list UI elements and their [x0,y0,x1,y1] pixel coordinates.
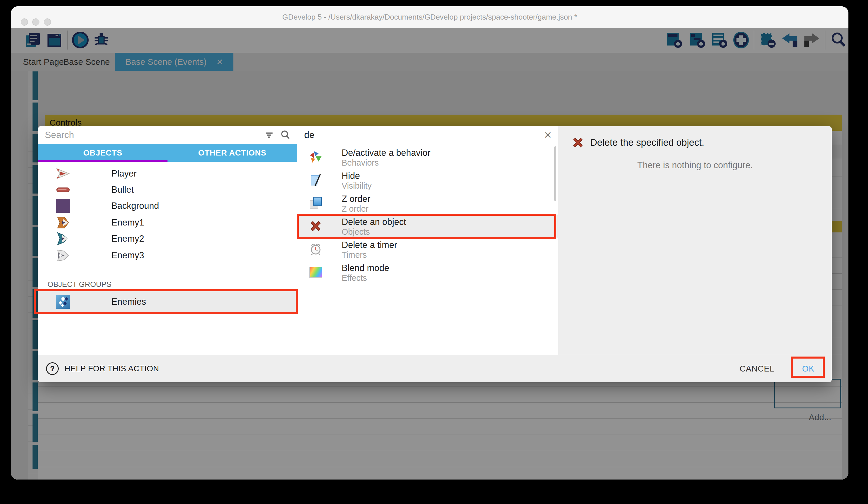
cancel-button[interactable]: CANCEL [740,364,774,374]
hide-icon [309,173,323,187]
macos-titlebar: GDevelop 5 - /Users/dkarakay/Documents/G… [11,6,848,28]
detail-title: Delete the specified object. [590,137,704,148]
enemy3-ship-icon [56,248,70,263]
window-title: GDevelop 5 - /Users/dkarakay/Documents/G… [11,6,848,28]
player-ship-icon [56,167,70,181]
action-item-deactivate-behavior[interactable]: De/activate a behavior Behaviors [297,145,559,169]
enemy2-ship-icon [56,232,70,246]
search-icon[interactable] [280,130,291,140]
help-icon[interactable]: ? [46,362,59,375]
action-list-column: ✕ De/activate a behavior Beha [297,126,558,355]
action-item-delete-timer[interactable]: Delete a timer Timers [297,238,559,261]
object-item-player[interactable]: Player [38,165,297,182]
object-selector-column: OBJECTS OTHER ACTIONS Pl [38,126,297,355]
action-item-z-order[interactable]: Z order Z order [297,192,559,214]
object-groups-header: OBJECT GROUPS [48,280,111,289]
action-search-bar: ✕ [297,126,558,144]
enemy1-ship-icon [56,215,70,230]
object-item-bullet[interactable]: Bullet [38,181,297,198]
dialog-footer: ? HELP FOR THIS ACTION CANCEL OK [38,355,832,382]
help-button[interactable]: HELP FOR THIS ACTION [64,364,159,373]
object-item-enemy1[interactable]: Enemy1 [38,214,297,231]
object-search-bar [38,126,297,144]
action-search-input[interactable] [297,130,544,140]
detail-header: Delete the specified object. [571,136,704,149]
tab-other-actions[interactable]: OTHER ACTIONS [167,144,297,162]
active-tab-indicator [38,160,167,162]
detail-empty-text: There is nothing to configure. [558,160,832,171]
alarm-clock-icon [309,242,323,256]
annotation-box-enemies [34,289,298,314]
filter-icon[interactable] [264,130,274,140]
object-item-enemy3[interactable]: Enemy3 [38,247,297,264]
action-editor-dialog: OBJECTS OTHER ACTIONS Pl [38,126,832,382]
selector-tabs: OBJECTS OTHER ACTIONS [38,144,297,162]
purple-square-icon [56,199,70,213]
app-content: Start Page Base Scene✕ Base Scene (Event… [11,28,848,480]
object-search-input[interactable] [38,130,264,140]
behavior-icon [309,150,323,164]
z-order-icon [309,196,323,210]
object-item-enemy2[interactable]: Enemy2 [38,230,297,247]
annotation-box-ok [791,356,825,378]
object-item-background[interactable]: Background [38,198,297,214]
screenshot-root: GDevelop 5 - /Users/dkarakay/Documents/G… [0,0,868,504]
clear-search-icon[interactable]: ✕ [544,129,552,141]
action-item-blend-mode[interactable]: Blend mode Effects [297,261,559,284]
tab-objects[interactable]: OBJECTS [38,144,167,162]
bullet-icon [56,183,70,197]
gdevelop-window: GDevelop 5 - /Users/dkarakay/Documents/G… [11,6,848,480]
action-item-hide[interactable]: Hide Visibility [297,169,559,192]
annotation-box-delete-object [297,214,556,239]
gradient-icon [309,265,323,279]
red-x-icon [571,136,585,149]
action-detail-panel: Delete the specified object. There is no… [558,126,832,355]
scrollbar-thumb[interactable] [554,146,556,201]
